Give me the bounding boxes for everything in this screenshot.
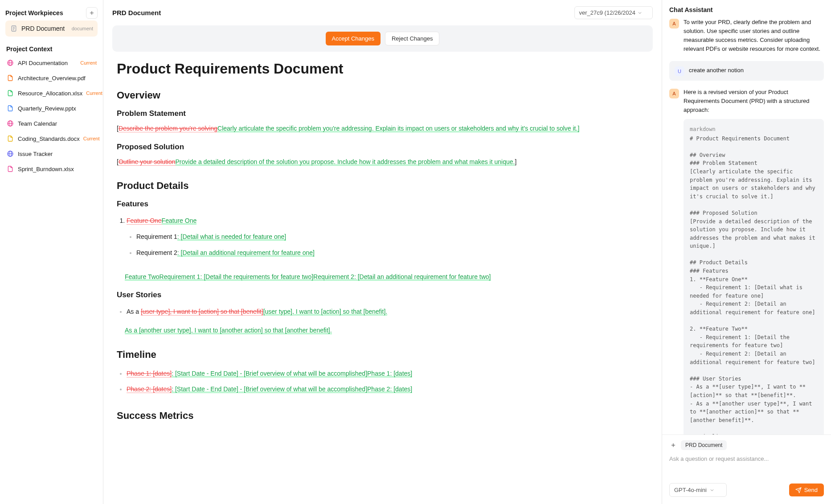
chat-message-assistant: A To write your PRD, clearly define the … [669, 18, 824, 54]
diff-insert: Provide a detailed description of the so… [176, 158, 515, 166]
chevron-down-icon [637, 10, 643, 16]
globe-icon [6, 150, 14, 158]
context-item-tag: Current [83, 136, 100, 141]
diff-insert: Feature TwoRequirement 1: [Detail the re… [125, 273, 491, 281]
send-button[interactable]: Send [789, 484, 824, 496]
context-item-name: Coding_Standards.docx [18, 135, 80, 142]
diff-insert: : [Start Date - End Date] - [Brief overv… [172, 370, 412, 377]
globe-icon [6, 59, 14, 67]
globe-icon [6, 119, 14, 127]
code-content: # Product Requirements Document ## Overv… [690, 135, 818, 434]
chat-input[interactable] [669, 455, 824, 478]
version-select[interactable]: ver_27c9 (12/26/2024 [574, 6, 653, 19]
diff-delete: [user type], I want to [action] so that … [141, 308, 263, 316]
diff-delete: Phase 1: [dates] [127, 370, 172, 377]
heading-details: Product Details [117, 180, 648, 192]
heading-stories: User Stories [117, 291, 648, 299]
context-item[interactable]: Coding_Standards.docxCurrent [5, 131, 98, 146]
file-icon [6, 74, 14, 82]
reject-changes-button[interactable]: Reject Changes [385, 32, 440, 45]
diff-delete: Phase 2: [dates] [127, 385, 172, 393]
diff-delete: Describe the problem you're solving [119, 125, 217, 132]
chat-scroll[interactable]: A To write your PRD, clearly define the … [662, 18, 831, 434]
document-icon [10, 25, 18, 33]
plus-icon [670, 442, 676, 448]
context-item-tag: Current [86, 90, 102, 96]
heading-metrics: Success Metrics [117, 410, 648, 422]
context-item[interactable]: Quarterly_Review.pptx [5, 101, 98, 116]
document-content: Product Requirements Document Overview P… [112, 61, 653, 422]
send-label: Send [804, 487, 818, 493]
diff-insert: : [Start Date - End Date] - [Brief overv… [172, 385, 412, 393]
problem-para: [Describe the problem you're solvingClea… [117, 123, 648, 135]
diff-bar: Accept Changes Reject Changes [112, 25, 653, 52]
chat-panel: Chat Assistant A To write your PRD, clea… [662, 0, 831, 504]
diff-delete: Feature One [127, 217, 162, 225]
heading-timeline: Timeline [117, 349, 648, 361]
model-select[interactable]: GPT-4o-mini [669, 483, 727, 497]
context-item-name: Resource_Allocation.xlsx [18, 90, 82, 97]
context-item-tag: Current [80, 60, 97, 66]
feature-two-para: Feature TwoRequirement 1: [Detail the re… [117, 271, 648, 283]
heading-problem: Problem Statement [117, 109, 648, 118]
list-item: As a [user type], I want to [action] so … [127, 304, 648, 320]
file-icon [6, 135, 14, 143]
context-item[interactable]: API DocumentationCurrent [5, 55, 98, 70]
heading-features: Features [117, 200, 648, 209]
workpiece-tag: document [72, 26, 93, 31]
plus-icon [89, 10, 95, 16]
message-text: Here is a revised version of your Produc… [684, 88, 824, 115]
message-text: create another notion [689, 66, 819, 75]
context-item-name: Quarterly_Review.pptx [18, 105, 97, 112]
heading-solution: Proposed Solution [117, 143, 648, 152]
context-item-name: Sprint_Burndown.xlsx [18, 166, 97, 172]
file-icon [6, 165, 14, 173]
chat-message-assistant: A Here is a revised version of your Prod… [669, 88, 824, 434]
main-scroll[interactable]: Accept Changes Reject Changes Product Re… [103, 25, 662, 504]
avatar: A [669, 19, 679, 29]
context-item[interactable]: Architecture_Overview.pdf [5, 70, 98, 86]
context-item-name: Team Calendar [18, 120, 97, 127]
context-title: Project Context [5, 45, 98, 55]
diff-insert: Feature One [162, 217, 197, 225]
version-label: ver_27c9 (12/26/2024 [579, 9, 635, 16]
file-icon [6, 104, 14, 112]
chat-message-user: U create another notion [669, 61, 824, 81]
accept-changes-button[interactable]: Accept Changes [326, 32, 381, 45]
add-workpiece-button[interactable] [86, 7, 98, 19]
context-item[interactable]: Sprint_Burndown.xlsx [5, 161, 98, 176]
add-attachment-button[interactable] [669, 441, 677, 449]
sidebar: Project Workpieces PRD Document document… [0, 0, 103, 504]
diff-insert: Clearly articulate the specific problem … [217, 125, 579, 132]
code-block: markdown# Product Requirements Document … [684, 119, 824, 434]
chat-title: Chat Assistant [662, 0, 831, 18]
context-item-name: Architecture_Overview.pdf [18, 75, 97, 82]
attachment-chip[interactable]: PRD Document [681, 440, 727, 450]
chevron-down-icon [709, 488, 715, 493]
workpiece-item[interactable]: PRD Document document [5, 20, 98, 37]
message-text: To write your PRD, clearly define the pr… [684, 18, 824, 54]
sidebar-title: Project Workpieces [5, 9, 63, 16]
list-item: Feature OneFeature One Requirement 1: [D… [127, 213, 648, 266]
heading-overview: Overview [117, 90, 648, 101]
main-area: PRD Document ver_27c9 (12/26/2024 Accept… [103, 0, 662, 504]
context-item[interactable]: Resource_Allocation.xlsxCurrent [5, 86, 98, 101]
context-item[interactable]: Issue Tracker [5, 146, 98, 161]
model-label: GPT-4o-mini [674, 487, 707, 493]
diff-insert: [user type], I want to [action] so that … [263, 308, 388, 316]
context-item-name: API Documentation [18, 60, 77, 66]
avatar: U [675, 66, 684, 76]
context-item-name: Issue Tracker [18, 151, 97, 157]
list-item: Phase 2: [dates]: [Start Date - End Date… [127, 381, 648, 397]
file-icon [6, 89, 14, 97]
diff-insert: : [Detail an additional requirement for … [177, 249, 315, 257]
list-item: Phase 1: [dates]: [Start Date - End Date… [127, 366, 648, 382]
chat-input-area: PRD Document GPT-4o-mini Send [662, 434, 831, 504]
diff-insert: As a [another user type], I want to [ano… [125, 327, 332, 334]
avatar: A [669, 89, 679, 98]
send-icon [795, 487, 802, 493]
context-item[interactable]: Team Calendar [5, 116, 98, 131]
list-item: Requirement 1: [Detail what is needed fo… [136, 229, 648, 245]
code-lang: markdown [690, 125, 818, 134]
list-item: Requirement 2: [Detail an additional req… [136, 245, 648, 261]
